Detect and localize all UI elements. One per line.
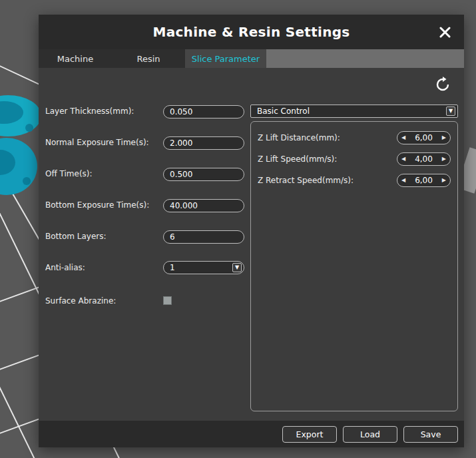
dialog-footer: Export Load Save bbox=[39, 421, 464, 447]
anti-alias-select[interactable]: 1 ▼ bbox=[163, 261, 244, 274]
z-lift-speed-value: 4,00 bbox=[415, 154, 433, 164]
tab-slice-parameter[interactable]: Slice Parameter bbox=[185, 49, 266, 68]
dialog-title: Machine & Resin Settings bbox=[152, 24, 350, 40]
z-lift-speed-label: Z Lift Speed(mm/s): bbox=[258, 152, 337, 166]
bottom-layers-label: Bottom Layers: bbox=[45, 230, 107, 243]
bottom-exposure-input[interactable] bbox=[163, 199, 244, 212]
save-button[interactable]: Save bbox=[403, 426, 458, 443]
control-mode-select[interactable]: Basic Control ▼ bbox=[250, 105, 458, 118]
refresh-icon bbox=[435, 77, 451, 93]
normal-exposure-input[interactable] bbox=[163, 136, 244, 150]
dialog-titlebar: Machine & Resin Settings bbox=[39, 15, 464, 49]
surface-abrazine-checkbox[interactable] bbox=[163, 296, 172, 305]
layer-thickness-label: Layer Thickness(mm): bbox=[45, 105, 134, 118]
control-group-panel: Z Lift Distance(mm): ◀ 6,00 ▶ Z Lift Spe… bbox=[250, 121, 458, 411]
surface-abrazine-label: Surface Abrazine: bbox=[45, 294, 116, 308]
chevron-down-icon[interactable]: ▼ bbox=[232, 263, 242, 272]
decrement-icon[interactable]: ◀ bbox=[401, 153, 405, 165]
z-lift-speed-stepper[interactable]: ◀ 4,00 ▶ bbox=[397, 152, 451, 166]
normal-exposure-label: Normal Exposure Time(s): bbox=[45, 136, 149, 149]
layer-thickness-input[interactable] bbox=[163, 105, 244, 118]
row-z-retract-speed: Z Retract Speed(mm/s): ◀ 6,00 ▶ bbox=[251, 174, 457, 187]
z-retract-speed-label: Z Retract Speed(mm/s): bbox=[258, 174, 354, 187]
z-retract-speed-stepper[interactable]: ◀ 6,00 ▶ bbox=[397, 174, 451, 187]
z-retract-speed-value: 6,00 bbox=[415, 176, 433, 185]
row-z-lift-speed: Z Lift Speed(mm/s): ◀ 4,00 ▶ bbox=[251, 152, 457, 166]
export-button[interactable]: Export bbox=[282, 426, 337, 443]
close-icon bbox=[439, 27, 451, 38]
control-mode-value: Basic Control bbox=[257, 107, 310, 116]
z-lift-distance-stepper[interactable]: ◀ 6,00 ▶ bbox=[397, 131, 451, 144]
chevron-down-icon[interactable]: ▼ bbox=[446, 107, 455, 116]
z-lift-distance-value: 6,00 bbox=[415, 133, 433, 142]
anti-alias-value: 1 bbox=[170, 263, 175, 272]
slice-parameter-panel: Layer Thickness(mm): Normal Exposure Tim… bbox=[39, 68, 464, 421]
increment-icon[interactable]: ▶ bbox=[442, 132, 446, 144]
bottom-layers-input[interactable] bbox=[163, 230, 244, 244]
row-z-lift-distance: Z Lift Distance(mm): ◀ 6,00 ▶ bbox=[251, 131, 457, 144]
off-time-label: Off Time(s): bbox=[45, 167, 93, 180]
tab-resin[interactable]: Resin bbox=[112, 49, 185, 68]
z-lift-distance-label: Z Lift Distance(mm): bbox=[258, 131, 340, 144]
bottom-exposure-label: Bottom Exposure Time(s): bbox=[45, 198, 149, 212]
settings-tabbar: Machine Resin Slice Parameter bbox=[39, 49, 464, 68]
tab-machine[interactable]: Machine bbox=[39, 49, 112, 68]
load-button[interactable]: Load bbox=[343, 426, 397, 443]
increment-icon[interactable]: ▶ bbox=[442, 153, 446, 165]
increment-icon[interactable]: ▶ bbox=[442, 174, 446, 186]
off-time-input[interactable] bbox=[163, 168, 244, 181]
decrement-icon[interactable]: ◀ bbox=[401, 132, 405, 144]
close-button[interactable] bbox=[436, 24, 453, 40]
machine-resin-settings-dialog: Machine & Resin Settings Machine Resin S… bbox=[39, 15, 464, 447]
refresh-button[interactable] bbox=[435, 77, 451, 93]
decrement-icon[interactable]: ◀ bbox=[401, 174, 405, 186]
anti-alias-label: Anti-alias: bbox=[45, 261, 85, 274]
